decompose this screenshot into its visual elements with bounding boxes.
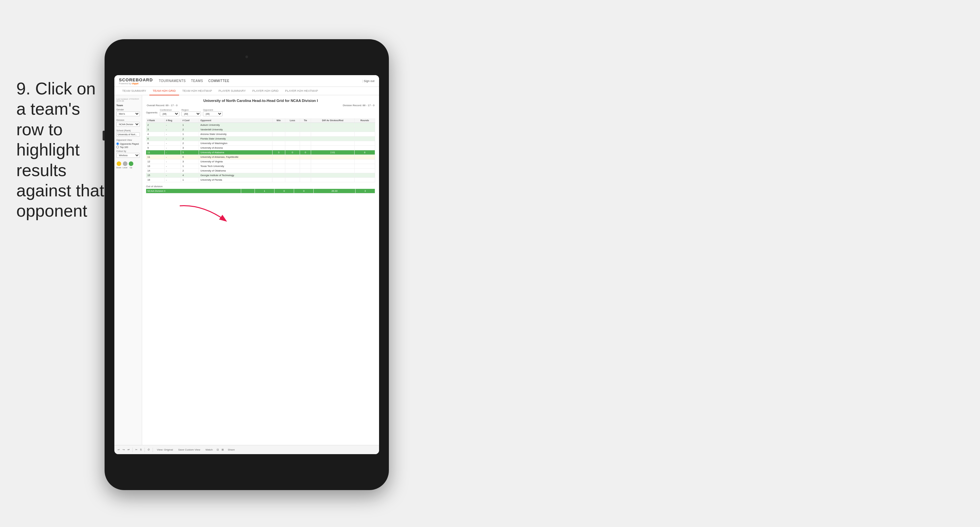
opponent-select[interactable]: (All)	[203, 111, 223, 116]
cell-rounds	[355, 132, 375, 137]
table-row[interactable]: 13-1Texas Tech University	[146, 164, 375, 169]
table-row[interactable]: 14-2University of Oklahoma	[146, 169, 375, 173]
tab-player-h2h-heatmap[interactable]: PLAYER H2H HEATMAP	[282, 87, 321, 95]
region-select[interactable]: (All)	[181, 111, 201, 116]
od-tie: 0	[294, 189, 314, 193]
table-row[interactable]: 2-1Auburn University	[146, 123, 375, 127]
table-row[interactable]: 15-4Georgia Institute of Technology	[146, 173, 375, 178]
cell-win	[272, 146, 285, 150]
cell-win	[272, 159, 285, 164]
cell-rank: 6	[146, 137, 164, 141]
nav-teams[interactable]: TEAMS	[191, 78, 203, 84]
cell-rounds	[355, 123, 375, 127]
table-row[interactable]: 3-2Vanderbilt University	[146, 127, 375, 132]
cell-opponent: University of Florida	[199, 178, 272, 182]
division-record: Division Record: 88 - 17 - 0	[343, 104, 374, 107]
opponents-label: Opponents:	[146, 111, 158, 114]
cell-diff	[311, 123, 355, 127]
opponent-filter: Opponent (All)	[203, 109, 223, 116]
col-reg: # Reg	[164, 118, 181, 123]
table-row[interactable]: 11-6University of Arkansas, Fayetteville	[146, 155, 375, 159]
table-row[interactable]: 6-2Florida State University	[146, 137, 375, 141]
opponent-view-label: Opponent View	[116, 139, 140, 141]
cell-conf: 2	[181, 169, 199, 173]
gender-label: Gender	[116, 108, 140, 111]
tab-team-summary[interactable]: TEAM SUMMARY	[119, 87, 150, 95]
watch-btn[interactable]: Watch	[204, 447, 214, 452]
od-diff: 26.00	[314, 189, 355, 193]
cell-reg: -	[164, 150, 181, 155]
undo-icon[interactable]: ↩	[118, 448, 120, 451]
conference-select[interactable]: (All)	[160, 111, 180, 116]
table-row[interactable]: 11-5University of Alabama3002.618	[146, 150, 375, 155]
cell-diff	[311, 137, 355, 141]
toolbar-icon-2[interactable]: ⊞	[221, 448, 224, 451]
legend-level: Level	[123, 161, 127, 169]
out-of-division-row[interactable]: NCAA Division II 1 0 0 26.00 3	[146, 189, 375, 193]
cell-opponent: University of Arkansas, Fayetteville	[199, 155, 272, 159]
cell-win	[272, 137, 285, 141]
cell-diff	[311, 155, 355, 159]
view-original-btn[interactable]: View: Original	[156, 447, 174, 452]
od-label: NCAA Division II	[146, 189, 241, 193]
cell-tie	[300, 137, 311, 141]
col-tie: Tie	[300, 118, 311, 123]
logo-powered: Powered by clippd	[119, 82, 153, 84]
table-row[interactable]: 16-1University of Florida	[146, 178, 375, 182]
table-row[interactable]: 4-1Arizona State University	[146, 132, 375, 137]
cell-opponent: Vanderbilt University	[199, 127, 272, 132]
cell-loss	[285, 173, 300, 178]
table-row[interactable]: 12-3University of Virginia	[146, 159, 375, 164]
tab-player-h2h-grid[interactable]: PLAYER H2H GRID	[249, 87, 282, 95]
sign-out-link[interactable]: Sign out	[362, 80, 374, 83]
tab-player-summary[interactable]: PLAYER SUMMARY	[215, 87, 249, 95]
cell-diff	[311, 141, 355, 146]
grid-title: University of North Carolina Head-to-Hea…	[146, 99, 375, 103]
cell-rank: 15	[146, 173, 164, 178]
toolbar-sep-1	[132, 447, 133, 452]
cell-loss	[285, 155, 300, 159]
table-row[interactable]: 9-3University of Arizona	[146, 146, 375, 150]
division-select[interactable]: NCAA Division I	[116, 122, 140, 127]
copy-icon[interactable]: ⎘	[140, 448, 142, 451]
cell-conf: 3	[181, 159, 199, 164]
tablet-screen: SCOREBOARD Powered by clippd TOURNAMENTS…	[115, 75, 379, 454]
save-custom-view-btn[interactable]: Save Custom View	[177, 447, 201, 452]
col-win: Win	[272, 118, 285, 123]
cell-diff: 2.61	[311, 150, 355, 155]
conference-label: Conference	[160, 109, 180, 111]
clock-icon[interactable]: ⏱	[147, 448, 150, 451]
cell-diff	[311, 169, 355, 173]
col-rounds: Rounds	[355, 118, 375, 123]
timestamp: Last Updated: 27/03/2024 16:55:38	[116, 98, 140, 102]
tab-team-h2h-grid[interactable]: TEAM H2H GRID	[150, 87, 179, 96]
col-conf: # Conf	[181, 118, 199, 123]
cell-conf: 5	[181, 150, 199, 155]
cell-conf: 1	[181, 132, 199, 137]
nav-tournaments[interactable]: TOURNAMENTS	[159, 78, 186, 84]
radio-opponents-played[interactable]: Opponents Played	[116, 142, 140, 145]
share-btn[interactable]: Share	[226, 447, 236, 452]
school-input[interactable]	[116, 132, 140, 137]
redo-icon[interactable]: ↪	[123, 448, 125, 451]
cell-win	[272, 173, 285, 178]
cell-rounds	[355, 178, 375, 182]
cut-icon[interactable]: ✂	[135, 448, 138, 451]
radio-top-100[interactable]: Top 100	[116, 146, 140, 148]
cell-rounds	[355, 127, 375, 132]
toolbar-icon-1[interactable]: ⊡	[216, 448, 219, 451]
back-icon[interactable]: ↫	[127, 448, 130, 451]
gender-select[interactable]: Men's	[116, 111, 140, 116]
colour-by-select[interactable]: Win/loss	[116, 153, 140, 158]
cell-tie	[300, 178, 311, 182]
table-row[interactable]: 8-2University of Washington	[146, 141, 375, 146]
nav-committee[interactable]: COMMITTEE	[208, 78, 229, 84]
cell-loss	[285, 169, 300, 173]
cell-loss	[285, 137, 300, 141]
cell-tie	[300, 127, 311, 132]
cell-reg: -	[164, 132, 181, 137]
cell-diff	[311, 159, 355, 164]
cell-conf: 2	[181, 141, 199, 146]
tab-team-h2h-heatmap[interactable]: TEAM H2H HEATMAP	[179, 87, 215, 95]
cell-win	[272, 164, 285, 169]
